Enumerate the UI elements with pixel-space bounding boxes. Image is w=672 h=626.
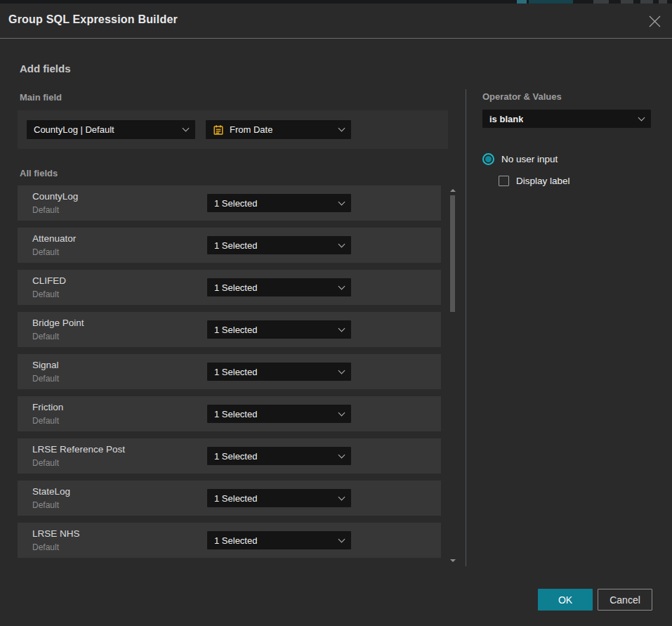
field-subtitle: Default	[32, 416, 59, 426]
chevron-down-icon	[338, 325, 345, 332]
field-row: StateLog Default 1 Selected	[18, 481, 441, 516]
field-name: CLIFED	[32, 275, 66, 286]
field-row: LRSE Reference Post Default 1 Selected	[18, 438, 441, 474]
close-icon	[648, 15, 661, 28]
chevron-down-icon	[338, 282, 345, 289]
chevron-down-icon	[183, 125, 190, 132]
field-selected-dropdown[interactable]: 1 Selected	[207, 194, 351, 212]
checkbox-unchecked-icon	[499, 176, 509, 186]
field-selected-value: 1 Selected	[214, 282, 257, 293]
cancel-button[interactable]: Cancel	[598, 589, 652, 611]
field-selected-dropdown[interactable]: 1 Selected	[207, 531, 351, 549]
all-fields-list: CountyLog Default 1 Selected Attenuator …	[18, 185, 441, 565]
field-row: Bridge Point Default 1 Selected	[18, 312, 441, 347]
field-subtitle: Default	[32, 332, 59, 341]
field-row: CountyLog Default 1 Selected	[18, 185, 441, 221]
field-name: StateLog	[32, 486, 70, 497]
field-selected-value: 1 Selected	[214, 493, 257, 504]
chevron-down-icon	[338, 198, 345, 205]
field-subtitle: Default	[32, 205, 59, 215]
field-selected-value: 1 Selected	[214, 367, 257, 377]
field-subtitle: Default	[32, 500, 59, 510]
field-selected-dropdown[interactable]: 1 Selected	[207, 447, 351, 465]
display-label-text: Display label	[516, 176, 570, 186]
chevron-down-icon	[338, 535, 345, 542]
radio-selected-icon	[482, 153, 494, 165]
field-selected-dropdown[interactable]: 1 Selected	[207, 363, 351, 381]
dialog-footer: OK Cancel	[0, 580, 672, 626]
group-sql-expression-builder-dialog: Group SQL Expression Builder Add fields …	[0, 4, 672, 626]
field-selected-dropdown[interactable]: 1 Selected	[207, 489, 351, 507]
field-selected-value: 1 Selected	[214, 325, 257, 335]
display-label-checkbox[interactable]: Display label	[499, 176, 570, 186]
no-user-input-label: No user input	[501, 154, 558, 164]
operator-select-value: is blank	[489, 114, 523, 124]
field-row: CLIFED Default 1 Selected	[18, 270, 441, 305]
field-subtitle: Default	[32, 289, 59, 299]
field-row: Attenuator Default 1 Selected	[18, 228, 441, 263]
main-field-select-value: From Date	[230, 124, 272, 135]
scrollbar-up-arrow-icon[interactable]	[450, 189, 456, 192]
field-selected-dropdown[interactable]: 1 Selected	[207, 320, 351, 339]
field-name: Bridge Point	[32, 318, 84, 328]
field-subtitle: Default	[32, 247, 59, 257]
field-name: Friction	[32, 402, 63, 412]
scrollbar-down-arrow-icon[interactable]	[450, 559, 456, 562]
main-field-select[interactable]: From Date	[206, 120, 351, 139]
field-name: LRSE NHS	[32, 528, 80, 539]
field-selected-value: 1 Selected	[214, 451, 257, 462]
field-selected-dropdown[interactable]: 1 Selected	[207, 278, 351, 296]
chevron-down-icon	[338, 493, 345, 500]
field-row: LRSE NHS Default 1 Selected	[18, 523, 441, 558]
main-field-row: CountyLog | Default From Date	[18, 110, 448, 149]
field-selected-dropdown[interactable]: 1 Selected	[207, 405, 351, 423]
scrollbar-thumb[interactable]	[450, 195, 455, 312]
field-selected-value: 1 Selected	[214, 198, 257, 209]
field-subtitle: Default	[32, 458, 59, 468]
field-name: CountyLog	[32, 191, 78, 202]
chevron-down-icon	[338, 125, 345, 132]
chevron-down-icon	[338, 409, 345, 416]
field-name: LRSE Reference Post	[32, 444, 125, 455]
chevron-down-icon	[338, 367, 345, 374]
field-name: Attenuator	[32, 233, 76, 244]
operator-select[interactable]: is blank	[482, 110, 651, 128]
all-fields-label: All fields	[20, 168, 58, 178]
field-selected-value: 1 Selected	[214, 409, 257, 419]
field-subtitle: Default	[32, 374, 59, 384]
dialog-titlebar: Group SQL Expression Builder	[0, 4, 672, 39]
chevron-down-icon	[338, 451, 345, 458]
field-subtitle: Default	[32, 542, 59, 552]
no-user-input-radio[interactable]: No user input	[482, 153, 558, 165]
date-field-icon	[213, 124, 224, 136]
main-field-label: Main field	[20, 92, 62, 103]
field-selected-dropdown[interactable]: 1 Selected	[207, 236, 351, 254]
chevron-down-icon	[338, 240, 345, 247]
field-selected-value: 1 Selected	[214, 240, 257, 251]
main-layer-select-value: CountyLog | Default	[34, 124, 114, 135]
field-selected-value: 1 Selected	[214, 535, 257, 546]
operator-values-label: Operator & Values	[482, 91, 562, 102]
fields-scrollbar[interactable]	[449, 185, 456, 566]
ok-button[interactable]: OK	[538, 589, 593, 611]
dialog-title: Group SQL Expression Builder	[8, 13, 178, 26]
panel-divider	[466, 89, 466, 566]
close-button[interactable]	[646, 13, 663, 30]
chevron-down-icon	[638, 114, 645, 121]
field-name: Signal	[32, 360, 59, 370]
field-row: Friction Default 1 Selected	[18, 396, 441, 431]
field-row: Signal Default 1 Selected	[18, 354, 441, 389]
main-layer-select[interactable]: CountyLog | Default	[27, 120, 195, 139]
add-fields-heading: Add fields	[20, 63, 71, 74]
